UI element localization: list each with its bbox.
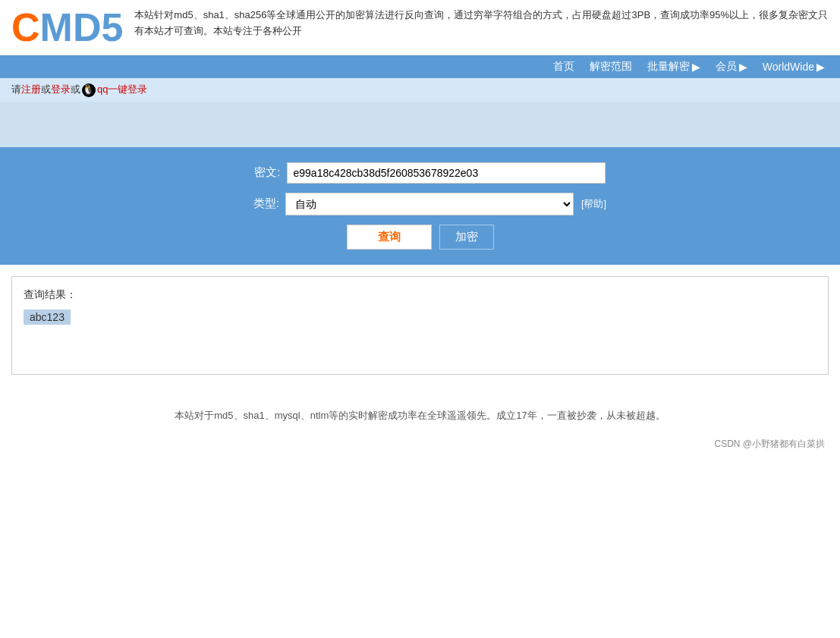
header-description: 本站针对md5、sha1、sha256等全球通用公开的加密算法进行反向查询，通过… bbox=[134, 8, 829, 39]
type-select-wrapper: 自动 md5 sha1 sha256 mysql ntlm [帮助] bbox=[285, 193, 606, 215]
logo: CMD5 bbox=[11, 8, 123, 47]
cipher-label: 密文: bbox=[235, 165, 281, 180]
login-bar: 请注册或登录或🐧qq一键登录 bbox=[0, 78, 840, 102]
member-arrow-icon: ▶ bbox=[739, 61, 747, 73]
cipher-row: 密文: bbox=[23, 162, 817, 184]
navbar: 首页 解密范围 批量解密 ▶ 会员 ▶ WorldWide ▶ bbox=[0, 55, 840, 78]
result-label: 查询结果： bbox=[24, 288, 816, 302]
login-prefix: 请 bbox=[11, 83, 21, 95]
nav-worldwide-label: WorldWide bbox=[763, 61, 814, 73]
nav-home[interactable]: 首页 bbox=[553, 60, 574, 74]
nav-batch-decrypt[interactable]: 批量解密 ▶ bbox=[647, 60, 700, 74]
logo-c: C bbox=[11, 5, 40, 49]
encrypt-button[interactable]: 加密 bbox=[439, 225, 494, 250]
nav-decrypt-range-label: 解密范围 bbox=[590, 60, 632, 74]
ad-banner bbox=[0, 102, 840, 147]
help-link[interactable]: [帮助] bbox=[581, 197, 606, 211]
logo-rest: MD5 bbox=[40, 5, 124, 49]
nav-member-label: 会员 bbox=[716, 60, 737, 74]
nav-batch-decrypt-label: 批量解密 bbox=[647, 60, 690, 74]
type-label: 类型: bbox=[234, 196, 279, 211]
type-row: 类型: 自动 md5 sha1 sha256 mysql ntlm [帮助] bbox=[23, 193, 817, 215]
query-button[interactable]: 查询 bbox=[347, 225, 432, 250]
login-or2: 或 bbox=[71, 83, 80, 95]
cipher-input[interactable] bbox=[287, 162, 606, 184]
qq-login-link[interactable]: qq一键登录 bbox=[97, 83, 147, 95]
register-link[interactable]: 注册 bbox=[21, 83, 41, 95]
qq-icon: 🐧 bbox=[82, 83, 96, 97]
batch-decrypt-arrow-icon: ▶ bbox=[692, 61, 700, 73]
result-value: abc123 bbox=[24, 310, 71, 325]
form-buttons: 查询 加密 bbox=[23, 225, 817, 250]
login-or1: 或 bbox=[41, 83, 51, 95]
nav-home-label: 首页 bbox=[553, 60, 574, 74]
form-section: 密文: 类型: 自动 md5 sha1 sha256 mysql ntlm [帮… bbox=[0, 147, 840, 265]
nav-decrypt-range[interactable]: 解密范围 bbox=[590, 60, 632, 74]
result-section: 查询结果： abc123 bbox=[11, 276, 829, 375]
nav-member[interactable]: 会员 ▶ bbox=[716, 60, 747, 74]
type-select[interactable]: 自动 md5 sha1 sha256 mysql ntlm bbox=[285, 193, 574, 215]
worldwide-arrow-icon: ▶ bbox=[816, 61, 825, 73]
login-link[interactable]: 登录 bbox=[51, 83, 71, 95]
nav-worldwide[interactable]: WorldWide ▶ bbox=[763, 61, 825, 73]
footer-credit: CSDN @小野猪都有白菜拱 bbox=[0, 430, 840, 462]
header: CMD5 本站针对md5、sha1、sha256等全球通用公开的加密算法进行反向… bbox=[0, 0, 840, 55]
footer-info: 本站对于md5、sha1、mysql、ntlm等的实时解密成功率在全球遥遥领先。… bbox=[0, 386, 840, 430]
